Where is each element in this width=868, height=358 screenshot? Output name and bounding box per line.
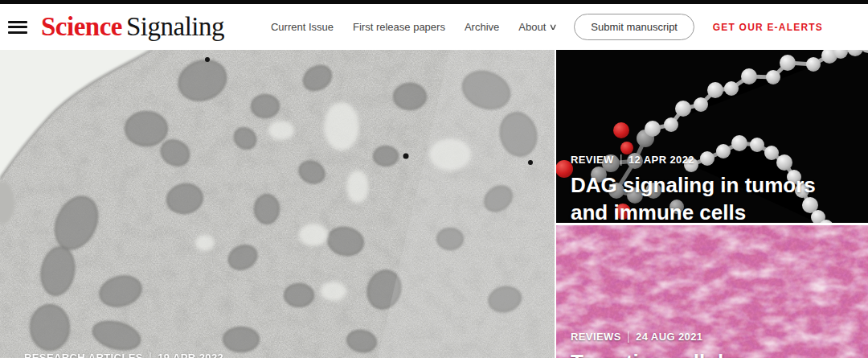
journal-logo[interactable]: ScienceSignaling — [41, 14, 224, 40]
nav-about[interactable]: About ∨ — [518, 21, 556, 33]
article-title-link[interactable]: DAG signaling in tumors and immune cells — [571, 171, 854, 223]
card-overlay: REVIEW | 12 APR 2022 DAG signaling in tu… — [571, 153, 854, 223]
main-nav: Current Issue First release papers Archi… — [271, 21, 556, 33]
kicker-separator: | — [620, 152, 623, 166]
review-card-cellular-metabolism[interactable]: REVIEWS | 24 AUG 2021 Targeting cellular… — [556, 225, 868, 358]
nav-first-release-papers[interactable]: First release papers — [353, 21, 445, 33]
chevron-down-icon: ∨ — [549, 22, 558, 32]
card-overlay: REVIEWS | 24 AUG 2021 Targeting cellular… — [571, 330, 854, 358]
nav-current-issue[interactable]: Current Issue — [271, 21, 334, 33]
review-card-dag-signaling[interactable]: REVIEW | 12 APR 2022 DAG signaling in tu… — [556, 50, 868, 223]
get-e-alerts-link[interactable]: GET OUR E-ALERTS — [713, 22, 823, 33]
site-header: ScienceSignaling Current Issue First rel… — [0, 4, 868, 50]
article-date: 12 APR 2022 — [628, 154, 694, 166]
featured-article-card[interactable]: RESEARCH ARTICLES | 19 APR 2022 — [0, 50, 555, 358]
article-date: 24 AUG 2021 — [636, 331, 702, 343]
electron-micrograph-image — [0, 50, 555, 358]
nav-about-label: About — [518, 21, 546, 33]
kicker-separator: | — [149, 350, 152, 358]
logo-signaling: Signaling — [126, 12, 224, 41]
hamburger-menu-icon[interactable] — [8, 21, 27, 34]
logo-science: Science — [41, 12, 122, 41]
article-date: 19 APR 2022 — [158, 352, 223, 358]
card-kicker: REVIEWS | 24 AUG 2021 — [571, 330, 854, 344]
article-title-link[interactable]: Targeting cellular metabolism in — [571, 348, 854, 358]
featured-kicker: RESEARCH ARTICLES | 19 APR 2022 — [24, 351, 223, 358]
hero-section: RESEARCH ARTICLES | 19 APR 2022 — [0, 50, 868, 358]
card-kicker: REVIEW | 12 APR 2022 — [571, 153, 854, 167]
nav-archive[interactable]: Archive — [465, 21, 499, 33]
kicker-label: RESEARCH ARTICLES — [24, 352, 143, 358]
kicker-label: REVIEWS — [571, 331, 621, 343]
kicker-separator: | — [627, 329, 630, 343]
submit-manuscript-button[interactable]: Submit manuscript — [574, 14, 694, 40]
kicker-label: REVIEW — [571, 154, 614, 166]
